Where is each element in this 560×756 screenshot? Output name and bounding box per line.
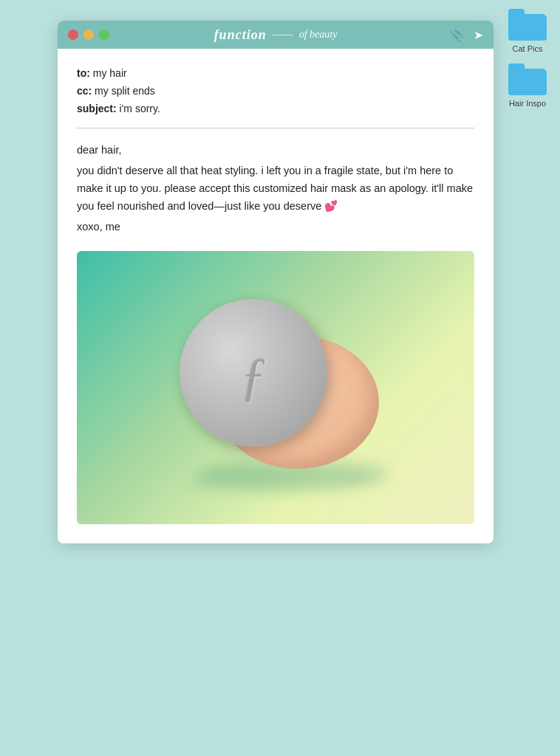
email-divider [77,128,474,128]
window-controls [68,30,109,40]
to-value: my hair [90,67,127,79]
email-content: dear hair, you didn't deserve all that h… [77,142,474,236]
title-bar-actions: 📎 ➤ [450,28,483,42]
desktop-icon-cat-pics-label: Cat Pics [513,44,543,53]
email-headers: to: my hair cc: my split ends subject: i… [77,65,474,117]
email-window: function —— of beauty 📎 ➤ to: my hair cc… [58,21,494,543]
email-signoff: xoxo, me [77,219,474,236]
jar-container: ƒ [172,284,379,491]
cc-label: cc: [77,85,92,97]
jar-lid-letter: ƒ [240,350,267,403]
brand-function: function [214,27,267,43]
desktop-icons: Cat Pics Hair Inspo [504,9,551,108]
maximize-button[interactable] [99,30,109,40]
folder-icon-cat-pics [508,9,547,41]
header-to: to: my hair [77,65,474,83]
attachment-icon[interactable]: 📎 [450,28,465,42]
to-label: to: [77,67,90,79]
close-button[interactable] [68,30,78,40]
header-cc: cc: my split ends [77,83,474,100]
header-subject: subject: i'm sorry. [77,100,474,118]
subject-label: subject: [77,103,117,114]
desktop-icon-cat-pics[interactable]: Cat Pics [504,9,551,53]
product-image-container: ƒ [77,251,474,524]
email-body: to: my hair cc: my split ends subject: i… [58,49,494,543]
email-paragraph: you didn't deserve all that heat styling… [77,162,474,216]
jar-lid: ƒ [180,299,327,447]
brand-separator: —— [273,29,293,41]
desktop-icon-hair-inspo-label: Hair Inspo [509,99,546,108]
brand-ofbeauty: of beauty [299,29,338,41]
send-icon[interactable]: ➤ [474,28,483,42]
folder-icon-hair-inspo [508,63,547,96]
subject-value: i'm sorry. [117,103,160,114]
minimize-button[interactable] [83,30,94,40]
email-salutation: dear hair, [77,142,474,159]
product-image-bg: ƒ [77,251,474,524]
title-bar-center: function —— of beauty [214,27,338,43]
title-bar: function —— of beauty 📎 ➤ [58,21,494,49]
desktop-icon-hair-inspo[interactable]: Hair Inspo [504,63,551,108]
cc-value: my split ends [92,85,155,97]
